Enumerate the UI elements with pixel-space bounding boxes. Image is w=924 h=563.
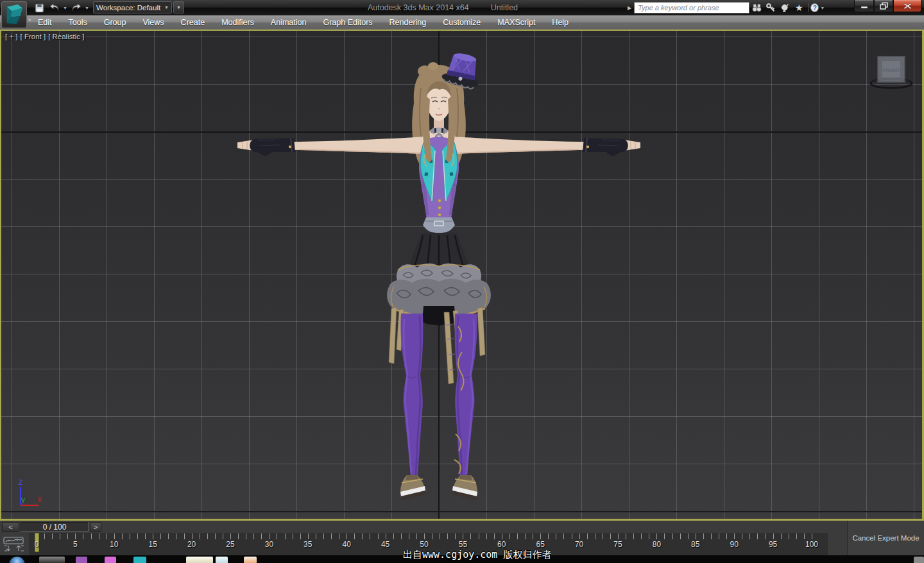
flyout-caret-icon: ▼ xyxy=(176,5,181,10)
y-axis-label: Y xyxy=(21,497,26,505)
title-bar: Autodesk 3ds Max 2014 x64 Untitled ▼ xyxy=(0,0,924,15)
app-title: Autodesk 3ds Max 2014 x64 xyxy=(368,3,469,12)
viewcube-front-label: FRONT xyxy=(882,67,900,73)
menu-item-help[interactable]: Help xyxy=(543,16,577,29)
viewcube[interactable]: FRONT xyxy=(869,47,914,95)
search-input[interactable] xyxy=(634,2,749,13)
ruler-frame-label-95: 95 xyxy=(769,540,777,549)
ruler-frame-label-75: 75 xyxy=(613,540,622,549)
save-button[interactable] xyxy=(32,1,46,14)
mini-curve-editor-icon xyxy=(3,537,25,552)
next-frame-button[interactable]: > xyxy=(90,522,101,532)
ruler-frame-label-30: 30 xyxy=(265,540,273,549)
cancel-expert-mode-label: Cancel Expert Mode xyxy=(852,534,919,542)
sign-in-button[interactable] xyxy=(764,2,778,13)
ruler-frame-label-10: 10 xyxy=(110,540,118,549)
watermark-text: 出自www.cgjoy.com 版权归作者 xyxy=(403,549,551,561)
menu-item-group[interactable]: Group xyxy=(96,16,135,29)
satellite-dish-icon xyxy=(780,3,790,13)
infocenter-toolbar: ▶ xyxy=(628,2,825,13)
taskbar-app-button[interactable] xyxy=(39,557,65,563)
close-button[interactable] xyxy=(893,0,921,12)
communication-center-button[interactable] xyxy=(778,2,792,13)
menu-item-animation[interactable]: Animation xyxy=(262,16,315,29)
ruler-frame-label-55: 55 xyxy=(459,540,467,549)
window-controls xyxy=(854,0,921,12)
redo-history-caret-icon[interactable]: ▼ xyxy=(85,6,90,10)
redo-icon xyxy=(71,3,82,12)
menu-item-tools[interactable]: Tools xyxy=(60,16,96,29)
taskbar-app-button[interactable] xyxy=(216,557,228,563)
app-window: Autodesk 3ds Max 2014 x64 Untitled ▼ xyxy=(0,0,924,563)
viewport-menu-shading[interactable]: [ Realistic ] xyxy=(48,33,84,40)
x-axis-label: X xyxy=(37,496,42,503)
cancel-expert-mode-button[interactable]: Cancel Expert Mode xyxy=(847,521,924,555)
save-icon xyxy=(35,3,44,13)
minimize-icon xyxy=(860,3,868,9)
menu-item-graph-editors[interactable]: Graph Editors xyxy=(314,16,381,29)
ruler-frame-label-80: 80 xyxy=(653,540,661,549)
menu-item-edit[interactable]: Edit xyxy=(30,16,60,29)
previous-frame-button[interactable]: < xyxy=(2,522,19,532)
ruler-frame-label-25: 25 xyxy=(226,540,234,549)
workspace-dropdown[interactable]: Workspace: Default ▼ xyxy=(93,1,172,13)
ruler-frame-label-50: 50 xyxy=(420,540,428,549)
favorites-button[interactable]: ★ xyxy=(792,2,806,13)
taskbar-app-button[interactable] xyxy=(76,557,87,563)
star-icon: ★ xyxy=(795,3,803,12)
menu-item-customize[interactable]: Customize xyxy=(434,16,489,29)
start-button[interactable] xyxy=(8,556,26,563)
ruler-frame-label-65: 65 xyxy=(536,540,545,549)
viewport-label: [ + ] [ Front ] [ Realistic ] xyxy=(5,33,84,40)
infocenter-collapse-icon[interactable]: ▶ xyxy=(628,5,631,11)
3dsmax-logo-icon xyxy=(3,3,25,26)
close-icon xyxy=(903,3,912,10)
help-caret-icon: ▼ xyxy=(820,6,825,10)
current-frame-field[interactable]: 0 / 100 xyxy=(21,522,89,532)
undo-button[interactable] xyxy=(47,1,62,14)
taskbar-tray-button[interactable] xyxy=(914,557,924,563)
application-menu-button[interactable] xyxy=(1,1,27,28)
menu-item-create[interactable]: Create xyxy=(173,16,214,29)
grid-major-line xyxy=(1,511,922,512)
time-control-row: < 0 / 100 > xyxy=(0,521,924,533)
search-button[interactable] xyxy=(749,2,764,13)
model-shoes xyxy=(400,475,477,500)
redo-button[interactable] xyxy=(69,1,83,14)
model-shorts xyxy=(422,306,456,326)
help-icon: ? xyxy=(810,3,819,12)
viewport-front[interactable]: [ + ] [ Front ] [ Realistic ] FRONT Z X … xyxy=(0,29,924,521)
taskbar-app-button[interactable] xyxy=(105,557,116,563)
minimize-button[interactable] xyxy=(854,0,874,12)
ruler-frame-label-40: 40 xyxy=(343,540,351,549)
help-button[interactable]: ? ▼ xyxy=(810,2,825,13)
viewport-menu-general[interactable]: [ + ] xyxy=(5,33,18,40)
model-waistband xyxy=(423,217,455,234)
menu-item-rendering[interactable]: Rendering xyxy=(381,16,435,29)
workspace-label: Workspace: Default xyxy=(96,4,160,12)
toolbar-divider xyxy=(808,3,809,12)
taskbar-app-button[interactable] xyxy=(186,557,213,563)
ruler-frame-label-20: 20 xyxy=(187,540,196,549)
menu-item-views[interactable]: Views xyxy=(134,16,172,29)
viewport-menu-view[interactable]: [ Front ] xyxy=(21,33,46,40)
taskbar-app-button[interactable] xyxy=(244,557,257,563)
open-mini-curve-editor-button[interactable] xyxy=(3,537,25,552)
undo-history-caret-icon[interactable]: ▼ xyxy=(63,6,68,10)
taskbar-app-button[interactable] xyxy=(133,557,146,563)
ruler-frame-label-70: 70 xyxy=(575,540,583,549)
quick-access-toolbar: ▼ ▼ xyxy=(32,1,90,14)
workspace-flyout-button[interactable]: ▼ xyxy=(173,1,184,13)
menu-bar: EditToolsGroupViewsCreateModifiersAnimat… xyxy=(0,15,924,29)
character-model[interactable] xyxy=(228,49,649,508)
restore-button[interactable] xyxy=(874,0,893,12)
menu-item-maxscript[interactable]: MAXScript xyxy=(489,16,543,29)
ruler-frame-label-15: 15 xyxy=(149,540,157,549)
ruler-ticks xyxy=(37,534,817,539)
ruler-frame-label-45: 45 xyxy=(381,540,389,549)
undo-icon xyxy=(49,3,60,12)
menu-item-modifiers[interactable]: Modifiers xyxy=(213,16,262,29)
ruler-frame-label-100: 100 xyxy=(805,540,818,549)
document-title: Untitled xyxy=(491,3,518,12)
restore-icon xyxy=(880,2,888,10)
